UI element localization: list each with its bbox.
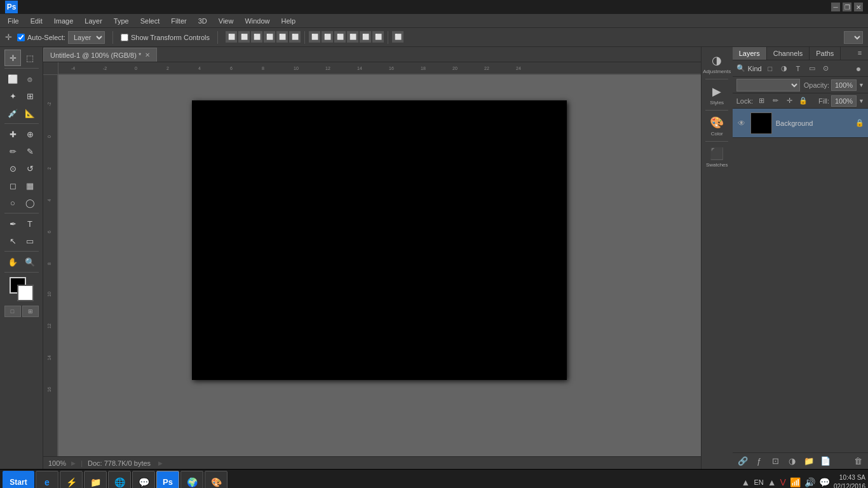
align-top-btn[interactable]: ⬜ xyxy=(264,31,275,43)
filter-shape-btn[interactable]: ▭ xyxy=(806,63,818,74)
menu-help[interactable]: Help xyxy=(276,16,301,26)
status-nav-btn[interactable]: ▶ xyxy=(158,460,163,466)
restore-button[interactable]: ❐ xyxy=(843,3,851,11)
align-center-h-btn[interactable]: ⬜ xyxy=(238,31,250,43)
canvas[interactable] xyxy=(192,100,567,380)
link-layers-btn[interactable]: 🔗 xyxy=(736,455,749,468)
document-tab-1[interactable]: Untitled-1 @ 100% (RGB/8) * ✕ xyxy=(43,48,157,62)
artboard-tool[interactable]: ⬚ xyxy=(22,50,38,66)
show-transform-checkbox[interactable] xyxy=(121,34,128,41)
auto-align-btn[interactable]: ⬜ xyxy=(392,31,403,43)
healing-tool[interactable]: ✚ xyxy=(4,126,21,142)
clone-stamp-tool[interactable]: ⊙ xyxy=(4,160,21,177)
menu-window[interactable]: Window xyxy=(240,16,275,26)
pencil-tool[interactable]: ✎ xyxy=(22,143,38,159)
menu-layer[interactable]: Layer xyxy=(79,16,107,26)
distribute-right-btn[interactable]: ⬜ xyxy=(334,31,346,43)
blend-mode-select[interactable]: Normal xyxy=(736,79,800,92)
start-button[interactable]: Start xyxy=(3,471,34,489)
zoom-tool[interactable]: 🔍 xyxy=(22,254,38,270)
delete-layer-btn[interactable]: 🗑 xyxy=(851,455,864,468)
auto-select-checkbox[interactable] xyxy=(17,34,25,41)
filter-adjust-btn[interactable]: ◑ xyxy=(778,63,790,74)
history-brush-tool[interactable]: ↺ xyxy=(22,160,38,177)
styles-panel-btn[interactable]: ▶ Styles xyxy=(703,81,731,109)
up-arrow-icon[interactable]: ▲ xyxy=(768,477,776,487)
panel-menu-btn[interactable]: ≡ xyxy=(854,47,865,58)
opacity-input[interactable] xyxy=(831,79,857,91)
screen-mode-btn[interactable]: ⊞ xyxy=(22,306,39,317)
distribute-center-v-btn[interactable]: ⬜ xyxy=(360,31,371,43)
hand-tool[interactable]: ✋ xyxy=(4,254,21,270)
system-clock[interactable]: 10:43 SA 02/12/2016 xyxy=(834,473,865,489)
brush-tool[interactable]: ✏ xyxy=(4,143,21,159)
auto-select-dropdown[interactable]: Layer xyxy=(68,31,105,44)
close-button[interactable]: ✕ xyxy=(854,3,863,11)
menu-view[interactable]: View xyxy=(214,16,239,26)
eraser-tool[interactable]: ◻ xyxy=(4,177,21,194)
crop-tool[interactable]: ⊞ xyxy=(22,88,38,104)
opacity-chevron[interactable]: ▼ xyxy=(858,82,864,88)
standard-mode-btn[interactable]: □ xyxy=(4,306,21,317)
taskbar-app-misc[interactable]: 🎨 xyxy=(205,471,227,489)
move-tool[interactable]: ✛ xyxy=(4,50,21,66)
gradient-tool[interactable]: ▦ xyxy=(22,177,38,194)
background-color[interactable] xyxy=(17,285,34,301)
marquee-tool[interactable]: ⬜ xyxy=(4,71,21,87)
layer-effects-btn[interactable]: ƒ xyxy=(753,455,766,468)
distribute-center-h-btn[interactable]: ⬜ xyxy=(322,31,333,43)
lock-transparent-btn[interactable]: ⊞ xyxy=(756,95,767,107)
menu-select[interactable]: Select xyxy=(135,16,165,26)
filter-toggle-btn[interactable]: ● xyxy=(853,63,864,74)
distribute-bottom-btn[interactable]: ⬜ xyxy=(372,31,384,43)
speaker-icon[interactable]: 🔊 xyxy=(804,477,815,487)
shape-tool[interactable]: ▭ xyxy=(22,233,38,249)
adjustments-panel-btn[interactable]: ◑ Adjustments xyxy=(703,50,731,78)
menu-image[interactable]: Image xyxy=(49,16,79,26)
taskbar-app-skype[interactable]: 💬 xyxy=(132,471,155,489)
eyedropper-tool[interactable]: 💉 xyxy=(4,105,21,121)
fill-chevron[interactable]: ▼ xyxy=(858,98,864,104)
show-desktop-icon[interactable]: ▲ xyxy=(742,477,750,487)
align-center-v-btn[interactable]: ⬜ xyxy=(276,31,288,43)
menu-3d[interactable]: 3D xyxy=(193,16,212,26)
layer-mask-btn[interactable]: ⊡ xyxy=(770,455,782,468)
new-fill-layer-btn[interactable]: ◑ xyxy=(786,455,799,468)
tab-paths[interactable]: Paths xyxy=(810,47,841,60)
distribute-top-btn[interactable]: ⬜ xyxy=(347,31,358,43)
path-select-tool[interactable]: ↖ xyxy=(4,233,21,249)
zoom-expand-btn[interactable]: ▶ xyxy=(71,460,76,466)
distribute-left-btn[interactable]: ⬜ xyxy=(309,31,320,43)
new-layer-btn[interactable]: 📄 xyxy=(819,455,832,468)
filter-pixel-btn[interactable]: □ xyxy=(764,63,776,74)
patch-tool[interactable]: ⊕ xyxy=(22,126,38,142)
align-right-btn[interactable]: ⬜ xyxy=(251,31,262,43)
tab-channels[interactable]: Channels xyxy=(767,47,810,60)
filter-smart-btn[interactable]: ⊙ xyxy=(820,63,832,74)
swatches-panel-btn[interactable]: ⬛ Swatches xyxy=(703,143,731,171)
notification-icon[interactable]: 💬 xyxy=(819,477,830,487)
dodge-tool[interactable]: ◯ xyxy=(22,194,38,211)
menu-type[interactable]: Type xyxy=(109,16,134,26)
menu-filter[interactable]: Filter xyxy=(166,16,191,26)
align-left-btn[interactable]: ⬜ xyxy=(226,31,237,43)
taskbar-app-photoshop[interactable]: Ps xyxy=(156,471,179,489)
lasso-tool[interactable]: ⌾ xyxy=(22,71,38,87)
workspace-dropdown[interactable]: Essentials xyxy=(844,31,863,44)
new-group-btn[interactable]: 📁 xyxy=(803,455,815,468)
ruler-tool[interactable]: 📐 xyxy=(22,105,38,121)
taskbar-app-folder[interactable]: 🌍 xyxy=(180,471,203,489)
taskbar-app-chrome[interactable]: 🌐 xyxy=(108,471,131,489)
taskbar-app-explorer[interactable]: 📁 xyxy=(84,471,107,489)
magic-wand-tool[interactable]: ✦ xyxy=(4,88,21,104)
taskbar-app-flash[interactable]: ⚡ xyxy=(60,471,83,489)
type-tool[interactable]: T xyxy=(22,215,38,232)
filter-type-btn[interactable]: T xyxy=(792,63,804,74)
tab-layers[interactable]: Layers xyxy=(733,47,767,60)
layer-item-background[interactable]: 👁 Background 🔒 xyxy=(733,109,868,138)
network-icon[interactable]: 📶 xyxy=(790,477,801,487)
lock-position-btn[interactable]: ✛ xyxy=(783,95,795,107)
menu-edit[interactable]: Edit xyxy=(25,16,48,26)
align-bottom-btn[interactable]: ⬜ xyxy=(289,31,301,43)
blur-tool[interactable]: ○ xyxy=(4,194,21,211)
